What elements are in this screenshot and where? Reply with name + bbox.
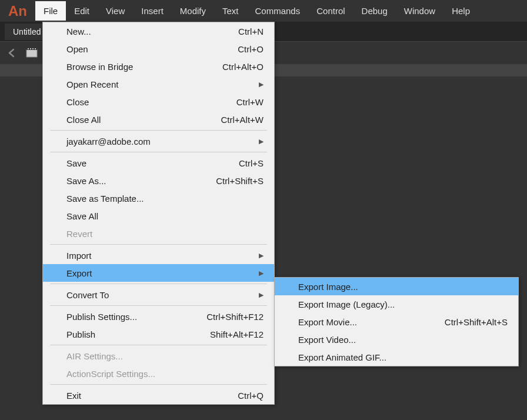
menu-label: Export Video...: [298, 335, 356, 345]
menu-item-save-all[interactable]: Save All: [43, 207, 274, 225]
menu-item-publish-settings[interactable]: Publish Settings... Ctrl+Shift+F12: [43, 308, 274, 325]
menu-item-save[interactable]: Save Ctrl+S: [43, 154, 274, 172]
shortcut-label: Ctrl+Alt+W: [221, 115, 264, 125]
menu-item-air-settings: AIR Settings...: [43, 347, 274, 365]
menu-view[interactable]: View: [98, 1, 133, 21]
menu-label: Browse in Bridge: [66, 62, 133, 72]
menu-help[interactable]: Help: [443, 1, 478, 21]
menu-label: Revert: [66, 229, 92, 239]
menu-item-close[interactable]: Close Ctrl+W: [43, 93, 274, 111]
chevron-right-icon: ▶: [259, 81, 264, 88]
menu-item-browse-bridge[interactable]: Browse in Bridge Ctrl+Alt+O: [43, 58, 274, 75]
submenu-item-export-image-legacy[interactable]: Export Image (Legacy)...: [275, 295, 518, 313]
menu-label: Close All: [66, 115, 101, 125]
submenu-item-export-animated-gif[interactable]: Export Animated GIF...: [275, 348, 518, 366]
shortcut-label: Ctrl+W: [236, 97, 264, 107]
file-dropdown: New... Ctrl+N Open Ctrl+O Browse in Brid…: [42, 22, 275, 405]
menu-item-publish[interactable]: Publish Shift+Alt+F12: [43, 325, 274, 343]
svg-rect-4: [32, 48, 34, 49]
menu-item-close-all[interactable]: Close All Ctrl+Alt+W: [43, 111, 274, 128]
menu-item-open-recent[interactable]: Open Recent ▶: [43, 75, 274, 93]
menu-label: Save All: [66, 211, 98, 221]
menu-edit[interactable]: Edit: [66, 1, 98, 21]
menu-item-actionscript-settings: ActionScript Settings...: [43, 365, 274, 382]
menu-label: Close: [66, 97, 89, 107]
menu-label: Publish: [66, 329, 95, 339]
menu-control[interactable]: Control: [308, 1, 353, 21]
menu-separator: [50, 384, 267, 385]
shortcut-label: Ctrl+Alt+O: [222, 62, 264, 72]
menu-separator: [50, 244, 267, 245]
menu-label: Save As...: [66, 176, 106, 186]
shortcut-label: Ctrl+N: [238, 26, 264, 36]
menu-label: Open Recent: [66, 79, 118, 89]
shortcut-label: Ctrl+Shift+S: [216, 176, 264, 186]
menu-separator: [50, 152, 267, 152]
submenu-item-export-movie[interactable]: Export Movie... Ctrl+Shift+Alt+S: [275, 313, 518, 331]
menu-separator: [50, 284, 267, 284]
svg-rect-3: [30, 48, 31, 49]
menu-item-open[interactable]: Open Ctrl+O: [43, 40, 274, 58]
menu-item-import[interactable]: Import ▶: [43, 246, 274, 264]
menu-commands[interactable]: Commands: [247, 1, 309, 21]
menu-item-new[interactable]: New... Ctrl+N: [43, 22, 274, 40]
menu-debug[interactable]: Debug: [353, 1, 396, 21]
svg-rect-5: [35, 48, 36, 49]
menu-label: Convert To: [66, 290, 109, 300]
svg-rect-2: [28, 48, 29, 49]
menu-insert[interactable]: Insert: [133, 1, 172, 21]
menubar: An File Edit View Insert Modify Text Com…: [0, 0, 527, 22]
menu-label: AIR Settings...: [66, 351, 123, 361]
menu-item-save-template[interactable]: Save as Template...: [43, 189, 274, 207]
menu-label: Exit: [66, 391, 81, 401]
chevron-right-icon: ▶: [259, 291, 264, 299]
menu-item-convert-to[interactable]: Convert To ▶: [43, 286, 274, 304]
menu-file[interactable]: File: [35, 1, 66, 21]
menu-label: Export Image...: [298, 282, 358, 292]
menu-label: Save as Template...: [66, 194, 144, 204]
export-submenu: Export Image... Export Image (Legacy)...…: [274, 277, 519, 366]
menu-item-export[interactable]: Export ▶: [43, 264, 274, 282]
menu-item-save-as[interactable]: Save As... Ctrl+Shift+S: [43, 172, 274, 189]
chevron-right-icon: ▶: [259, 269, 264, 277]
menu-label: Open: [66, 44, 88, 54]
menu-label: Export Animated GIF...: [298, 352, 386, 362]
menu-label: Publish Settings...: [66, 312, 137, 322]
back-arrow-icon[interactable]: [5, 46, 19, 60]
menu-label: Save: [66, 158, 86, 168]
chevron-right-icon: ▶: [259, 252, 264, 259]
app-logo: An: [0, 3, 35, 19]
menu-item-exit[interactable]: Exit Ctrl+Q: [43, 386, 274, 404]
shortcut-label: Ctrl+O: [238, 44, 264, 54]
menu-label: ActionScript Settings...: [66, 369, 155, 379]
svg-rect-0: [26, 49, 37, 57]
menu-separator: [50, 130, 267, 131]
shortcut-label: Shift+Alt+F12: [210, 329, 264, 339]
menu-item-revert: Revert: [43, 225, 274, 242]
menu-label: Import: [66, 251, 92, 261]
submenu-item-export-video[interactable]: Export Video...: [275, 331, 518, 348]
shortcut-label: Ctrl+S: [239, 158, 264, 168]
shortcut-label: Ctrl+Shift+Alt+S: [445, 317, 508, 327]
menu-label: Export: [66, 268, 92, 278]
shortcut-label: Ctrl+Shift+F12: [206, 312, 264, 322]
shortcut-label: Ctrl+Q: [238, 391, 264, 401]
menu-label: jayakarr@adobe.com: [66, 136, 151, 146]
menu-label: New...: [66, 26, 91, 36]
menu-item-account[interactable]: jayakarr@adobe.com ▶: [43, 132, 274, 150]
menu-text[interactable]: Text: [214, 1, 247, 21]
menu-modify[interactable]: Modify: [172, 1, 214, 21]
menu-window[interactable]: Window: [396, 1, 443, 21]
chevron-right-icon: ▶: [259, 138, 264, 145]
submenu-item-export-image[interactable]: Export Image...: [275, 278, 518, 295]
menu-label: Export Movie...: [298, 317, 357, 327]
menu-separator: [50, 305, 267, 306]
menu-separator: [50, 345, 267, 345]
menu-label: Export Image (Legacy)...: [298, 299, 395, 309]
scene-icon[interactable]: [25, 46, 39, 60]
